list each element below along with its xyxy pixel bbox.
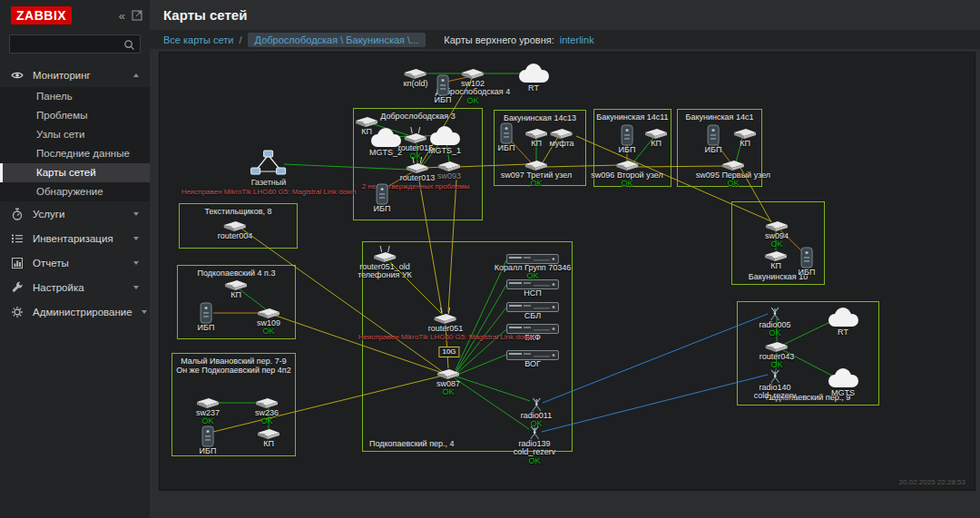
search-input[interactable] — [9, 34, 141, 54]
map-node-gazetny[interactable]: ГазетныйНеисправен MikroTik LHG60 G5: Ma… — [181, 150, 357, 196]
radio-icon — [521, 396, 552, 412]
map-node-tag-10g[interactable]: 10G — [438, 341, 459, 357]
map-node-sw109[interactable]: sw109OK — [257, 308, 280, 337]
eye-icon — [11, 69, 24, 82]
sidebar-section-monitoring[interactable]: Мониторинг — [0, 63, 150, 87]
map-node-ibp-b10[interactable]: ИБП — [799, 247, 816, 278]
node-label: router004 — [218, 232, 253, 241]
sidebar-section-configuration[interactable]: Настройка — [0, 275, 150, 299]
map-node-kp-old[interactable]: кп(old) — [404, 68, 428, 89]
map-node-ibp-top[interactable]: ИБП — [435, 74, 452, 105]
map-node-kp-b10[interactable]: КП — [764, 250, 788, 271]
zabbix-app: ZABBIX « Мониторинг — [0, 0, 980, 518]
node-label: OK — [696, 180, 770, 189]
map-node-ibp-b1[interactable]: ИБП — [705, 124, 722, 155]
map-node-kp-p43[interactable]: КП — [224, 279, 248, 300]
ups-icon — [705, 124, 722, 146]
map-node-sw097[interactable]: sw097 Третий узелOK — [501, 160, 572, 189]
node-label: ВОГ — [506, 360, 559, 369]
map-node-sw236[interactable]: sw236OK — [255, 397, 279, 426]
map-node-radio005[interactable]: radio005OK — [759, 306, 790, 338]
sidebar-item-maps[interactable]: Карты сетей — [0, 163, 150, 182]
map-node-router051-old[interactable]: router051_oldтелефония УК — [358, 246, 412, 280]
map-node-sw095[interactable]: sw095 Первый узелOK — [696, 160, 770, 189]
map-node-router051[interactable]: router051Неисправен MikroTik LHG60 G5: M… — [358, 308, 534, 342]
services-icon — [11, 208, 24, 220]
node-label: router051 — [358, 325, 534, 334]
sidebar-section-administration[interactable]: Администрирование — [0, 299, 150, 324]
node-label: КП — [733, 140, 757, 149]
map-node-radio140[interactable]: radio140cold_rezerv — [754, 368, 797, 401]
cloud-icon — [824, 307, 862, 328]
monitoring-submenu: Панель Проблемы Узлы сети Последние данн… — [0, 87, 150, 201]
map-node-sw087[interactable]: sw087OK — [436, 368, 460, 397]
sidebar-item-problems[interactable]: Проблемы — [0, 106, 150, 125]
cloud-icon — [824, 367, 862, 389]
map-node-router043[interactable]: router043OK — [760, 341, 795, 370]
map-node-router013[interactable]: router013 — [400, 157, 436, 183]
map-node-mgts1[interactable]: MGTS_1 — [426, 125, 464, 156]
router-icon — [358, 308, 534, 325]
map-node-sw096[interactable]: sw096 Второй узелOK — [591, 160, 662, 189]
node-label: КП — [644, 140, 668, 149]
sidebar-item-discovery[interactable]: Обнаружение — [0, 182, 150, 201]
map-node-vog[interactable]: ВОГ — [506, 350, 559, 369]
map-node-kp-b1[interactable]: КП — [733, 128, 757, 149]
breadcrumb-all-maps-link[interactable]: Все карты сети — [163, 34, 234, 45]
map-node-ibp-b11[interactable]: ИБП — [619, 124, 636, 155]
map-node-ibp-mi[interactable]: ИБП — [200, 425, 217, 456]
map-node-ibp-p43[interactable]: ИБП — [198, 302, 215, 333]
node-label: кп(old) — [404, 80, 428, 89]
chevron-down-icon — [133, 212, 139, 216]
node-label: ИБП — [200, 447, 217, 456]
ups-icon — [200, 425, 217, 447]
map-node-korall[interactable]: Коралл Групп 70346OK — [495, 254, 571, 281]
map-node-sw237[interactable]: sw237OK — [196, 397, 220, 426]
map-node-sw094[interactable]: sw094OK — [765, 220, 789, 249]
node-label: Неисправен MikroTik LHG60 G5: Magistral … — [181, 188, 357, 197]
node-label: OK — [514, 457, 556, 466]
upper-maps-link-interlink[interactable]: interlink — [560, 34, 594, 45]
map-node-ibp-d3[interactable]: ИБП — [374, 183, 391, 214]
node-label: НСП — [506, 289, 559, 298]
map-node-kp-mi[interactable]: КП — [257, 428, 280, 449]
map-node-ibp-b13[interactable]: ИБП — [498, 122, 515, 153]
sidebar-item-hosts[interactable]: Узлы сети — [0, 125, 150, 144]
chevron-down-icon — [133, 237, 139, 240]
ups-icon — [619, 124, 636, 146]
map-node-radio139[interactable]: radio139cold_rezervOK — [514, 425, 556, 466]
chevron-down-icon — [142, 310, 147, 314]
radio-icon — [754, 368, 797, 384]
sidebar-section-inventory[interactable]: Инвентаризация — [0, 226, 150, 250]
map-node-kp-b11[interactable]: КП — [644, 128, 668, 149]
router-icon — [358, 246, 412, 263]
map-timestamp: 20.02.2025 22:28:53 — [899, 478, 965, 486]
sidebar-section-reports[interactable]: Отчеты — [0, 250, 150, 275]
map-node-sw093[interactable]: sw093 — [437, 161, 461, 181]
collapse-sidebar-icon[interactable]: « — [119, 10, 125, 22]
map-node-mgts-br[interactable]: MGTS — [824, 367, 862, 398]
map-node-router004[interactable]: router004 — [218, 220, 253, 241]
chevron-up-icon — [133, 73, 139, 77]
search-icon[interactable] — [123, 38, 135, 54]
breadcrumb-current-map[interactable]: Доброслободская \ Бакунинская \... — [248, 33, 426, 47]
topo-icon — [181, 150, 357, 179]
map-node-kp-b13[interactable]: КП — [524, 128, 548, 149]
zabbix-logo[interactable]: ZABBIX — [11, 6, 72, 24]
map-node-rt-top[interactable]: RT — [514, 63, 553, 93]
node-label: MGTS — [824, 389, 862, 398]
link-label-tag: 10G — [438, 347, 459, 357]
map-node-nsp[interactable]: НСП — [506, 279, 559, 298]
sidebar-section-services[interactable]: Услуги — [0, 201, 150, 226]
sidebar-menu: Мониторинг Панель Проблемы Узлы сети Пос… — [0, 63, 150, 324]
map-node-mufta[interactable]: муфта — [550, 128, 574, 149]
breadcrumb-separator: / — [240, 34, 242, 45]
map-node-rt-br[interactable]: RT — [824, 307, 862, 337]
sidebar-item-latest-data[interactable]: Последние данные — [0, 144, 150, 163]
node-label: router013 — [400, 174, 436, 183]
node-label: ИБП — [705, 146, 722, 155]
network-map-canvas[interactable]: 20.02.2025 22:28:53 Доброслободская 3Бак… — [159, 52, 975, 491]
hide-sidebar-icon[interactable] — [132, 10, 142, 21]
breadcrumb: Все карты сети / Доброслободская \ Бакун… — [150, 30, 980, 49]
sidebar-item-dashboard[interactable]: Панель — [0, 87, 150, 106]
